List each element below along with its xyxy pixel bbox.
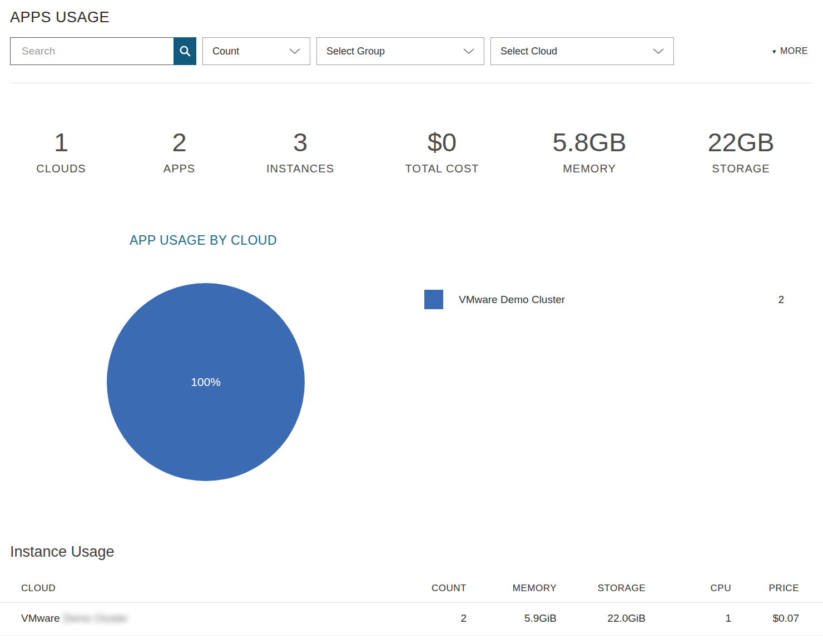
stat-value: 1 bbox=[0, 129, 122, 155]
cell-memory: 5.9GiB bbox=[467, 603, 557, 636]
column-header-price: PRICE bbox=[731, 577, 823, 603]
legend-swatch bbox=[424, 290, 443, 309]
select-group-dropdown-value: Select Group bbox=[326, 46, 385, 57]
toolbar: Count Select Group Select Cloud bbox=[10, 37, 813, 65]
cell-storage: 22.0GiB bbox=[557, 603, 646, 636]
apps-usage-page: APPS USAGE Count Select Gro bbox=[0, 9, 823, 644]
more-label: MORE bbox=[780, 46, 808, 56]
instance-usage-title: Instance Usage bbox=[10, 543, 823, 561]
stat-label: APPS bbox=[122, 162, 236, 175]
count-dropdown-value: Count bbox=[212, 46, 239, 57]
chevron-down-icon bbox=[289, 48, 301, 55]
stat-instances: 3 INSTANCES bbox=[236, 129, 364, 175]
stat-storage: 22GB STORAGE bbox=[659, 129, 823, 175]
stat-value: 5.8GB bbox=[520, 129, 659, 155]
stat-clouds: 1 CLOUDS bbox=[0, 129, 122, 175]
page-title: APPS USAGE bbox=[10, 9, 823, 26]
legend-value: 2 bbox=[778, 294, 784, 306]
search-icon bbox=[179, 45, 191, 57]
legend-label: VMware Demo Cluster bbox=[459, 294, 565, 306]
cell-count: 2 bbox=[400, 603, 467, 636]
table-header-row: CLOUD COUNT MEMORY STORAGE CPU PRICE bbox=[0, 577, 823, 603]
legend-item[interactable]: VMware Demo Cluster 2 bbox=[424, 290, 784, 309]
stat-value: 22GB bbox=[659, 129, 823, 155]
stat-value: $0 bbox=[364, 129, 520, 155]
stat-total-cost: $0 TOTAL COST bbox=[364, 129, 520, 175]
search-button[interactable] bbox=[173, 37, 196, 65]
cell-cloud: VMwareDemo Cluster bbox=[0, 603, 400, 636]
caret-down-icon: ▾ bbox=[772, 47, 776, 56]
select-cloud-dropdown[interactable]: Select Cloud bbox=[490, 37, 674, 65]
chart-legend: VMware Demo Cluster 2 bbox=[424, 283, 823, 481]
stat-value: 2 bbox=[122, 129, 236, 155]
column-header-count: COUNT bbox=[400, 577, 467, 603]
stat-label: STORAGE bbox=[659, 162, 823, 175]
stat-label: CLOUDS bbox=[0, 162, 122, 175]
stat-apps: 2 APPS bbox=[122, 129, 236, 175]
count-dropdown[interactable]: Count bbox=[202, 37, 310, 65]
select-cloud-dropdown-value: Select Cloud bbox=[500, 46, 557, 57]
column-header-storage: STORAGE bbox=[557, 577, 646, 603]
chart-title: APP USAGE BY CLOUD bbox=[130, 233, 823, 248]
pie-slice-percent-label: 100% bbox=[191, 375, 221, 389]
chevron-down-icon bbox=[652, 48, 665, 55]
stat-memory: 5.8GB MEMORY bbox=[520, 129, 659, 175]
table-row: VMwareDemo Cluster 2 5.9GiB 22.0GiB 1 $0… bbox=[0, 603, 823, 636]
stat-label: TOTAL COST bbox=[364, 162, 520, 175]
column-header-cloud: CLOUD bbox=[0, 577, 400, 603]
chevron-down-icon bbox=[463, 48, 475, 55]
instance-usage-table: CLOUD COUNT MEMORY STORAGE CPU PRICE VMw… bbox=[0, 577, 823, 636]
summary-stats: 1 CLOUDS 2 APPS 3 INSTANCES $0 TOTAL COS… bbox=[0, 129, 823, 175]
cloud-name-redacted: Demo Cluster bbox=[63, 612, 128, 625]
cell-cpu: 1 bbox=[646, 603, 731, 636]
header-divider bbox=[10, 82, 813, 83]
search-input[interactable] bbox=[10, 37, 173, 65]
stat-value: 3 bbox=[236, 129, 364, 155]
app-usage-chart: 100% VMware Demo Cluster 2 bbox=[0, 283, 823, 481]
stat-label: MEMORY bbox=[520, 162, 659, 175]
cell-price: $0.07 bbox=[731, 603, 823, 636]
pie-chart-slice[interactable]: 100% bbox=[107, 283, 305, 481]
select-group-dropdown[interactable]: Select Group bbox=[316, 37, 484, 65]
stat-label: INSTANCES bbox=[236, 162, 364, 175]
more-button[interactable]: ▾ MORE bbox=[772, 46, 808, 56]
instance-usage-section: Instance Usage CLOUD COUNT MEMORY STORAG… bbox=[0, 543, 823, 636]
column-header-memory: MEMORY bbox=[467, 577, 557, 603]
column-header-cpu: CPU bbox=[646, 577, 731, 603]
search-group bbox=[10, 37, 196, 65]
cloud-name: VMware bbox=[21, 612, 60, 624]
